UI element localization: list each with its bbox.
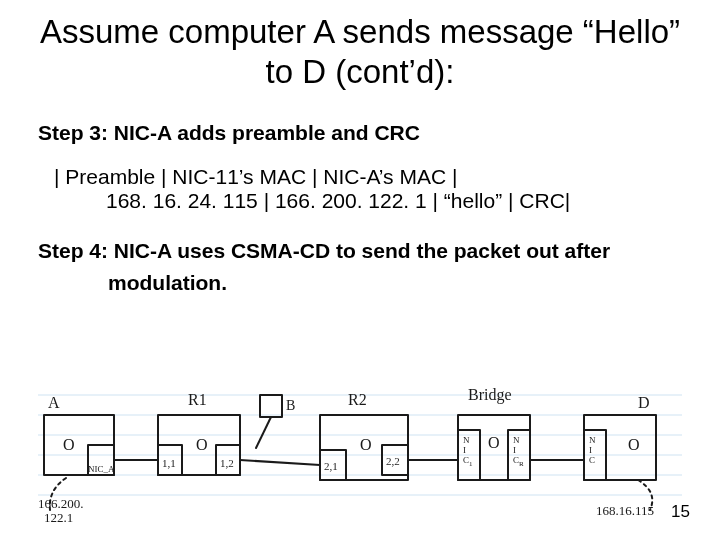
step4-block: Step 4: NIC-A uses CSMA-CD to send the p… — [38, 239, 682, 295]
label-R1: R1 — [188, 391, 207, 408]
label-ipA: 166.200.122.1 — [38, 496, 84, 525]
label-nicA: NIC_A — [88, 464, 115, 474]
label-ipD: 168.16.115 — [596, 503, 654, 518]
label-nicD: NIC — [589, 435, 596, 465]
step4-line-1: Step 4: NIC-A uses CSMA-CD to send the p… — [38, 239, 682, 263]
packet-line-1: | Preamble | NIC-11’s MAC | NIC-A’s MAC … — [54, 165, 682, 189]
label-22: 2,2 — [386, 455, 400, 467]
label-12: 1,2 — [220, 457, 234, 469]
label-R2: R2 — [348, 391, 367, 408]
step3-heading: Step 3: NIC-A adds preamble and CRC — [38, 121, 682, 145]
label-B: B — [286, 398, 295, 413]
packet-structure: | Preamble | NIC-11’s MAC | NIC-A’s MAC … — [38, 165, 682, 213]
svg-line-12 — [256, 417, 271, 448]
label-21: 2,1 — [324, 460, 338, 472]
label-11: 1,1 — [162, 457, 176, 469]
label-o-R2: O — [360, 436, 372, 453]
label-o-A: O — [63, 436, 75, 453]
step4-line-2: modulation. — [38, 271, 682, 295]
label-nicCR: NICR — [513, 435, 524, 468]
svg-rect-19 — [584, 415, 656, 480]
label-A: A — [48, 394, 60, 411]
packet-line-2: 168. 16. 24. 115 | 166. 200. 122. 1 | “h… — [54, 189, 682, 213]
page-number: 15 — [671, 502, 690, 522]
label-o-D: O — [628, 436, 640, 453]
slide-title: Assume computer A sends message “Hello” … — [38, 12, 682, 91]
slide: Assume computer A sends message “Hello” … — [0, 0, 720, 540]
label-nicC1: NIC1 — [463, 435, 473, 468]
label-D: D — [638, 394, 650, 411]
svg-rect-11 — [260, 395, 282, 417]
label-o-R1: O — [196, 436, 208, 453]
label-o-Br: O — [488, 434, 500, 451]
label-Bridge: Bridge — [468, 386, 512, 404]
network-diagram: A R1 B R2 Bridge D O O O O O NIC_A 1,1 1… — [38, 360, 682, 525]
svg-line-22 — [240, 460, 320, 465]
